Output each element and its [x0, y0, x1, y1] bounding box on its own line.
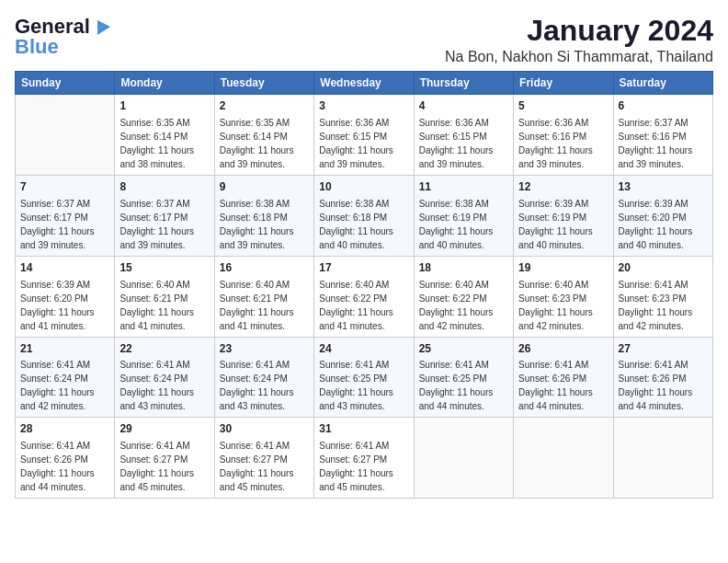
day-number: 3 — [319, 98, 408, 114]
calendar-cell: 22Sunrise: 6:41 AMSunset: 6:24 PMDayligh… — [115, 337, 214, 418]
calendar-cell: 21Sunrise: 6:41 AMSunset: 6:24 PMDayligh… — [16, 337, 115, 418]
cell-info: Sunrise: 6:41 AMSunset: 6:25 PMDaylight:… — [319, 360, 393, 411]
day-number: 4 — [419, 98, 508, 114]
calendar-cell: 31Sunrise: 6:41 AMSunset: 6:27 PMDayligh… — [314, 418, 414, 499]
col-header-thursday: Thursday — [414, 72, 513, 95]
day-number: 10 — [319, 179, 408, 195]
day-number: 21 — [20, 341, 109, 357]
calendar-cell: 29Sunrise: 6:41 AMSunset: 6:27 PMDayligh… — [115, 418, 214, 499]
calendar-cell — [613, 418, 712, 499]
cell-info: Sunrise: 6:36 AMSunset: 6:16 PMDaylight:… — [518, 118, 593, 169]
calendar-cell: 4Sunrise: 6:36 AMSunset: 6:15 PMDaylight… — [414, 95, 513, 176]
cell-info: Sunrise: 6:41 AMSunset: 6:26 PMDaylight:… — [619, 360, 693, 411]
cell-info: Sunrise: 6:37 AMSunset: 6:16 PMDaylight:… — [619, 118, 693, 169]
calendar-cell: 13Sunrise: 6:39 AMSunset: 6:20 PMDayligh… — [613, 175, 712, 256]
subtitle: Na Bon, Nakhon Si Thammarat, Thailand — [445, 49, 713, 65]
week-row-4: 21Sunrise: 6:41 AMSunset: 6:24 PMDayligh… — [16, 337, 713, 418]
cell-info: Sunrise: 6:35 AMSunset: 6:14 PMDaylight:… — [119, 118, 194, 169]
title-block: January 2024 Na Bon, Nakhon Si Thammarat… — [445, 15, 713, 65]
calendar-cell: 8Sunrise: 6:37 AMSunset: 6:17 PMDaylight… — [115, 175, 214, 256]
week-row-3: 14Sunrise: 6:39 AMSunset: 6:20 PMDayligh… — [16, 256, 713, 337]
day-number: 9 — [220, 179, 309, 195]
day-number: 7 — [20, 179, 109, 195]
cell-info: Sunrise: 6:35 AMSunset: 6:14 PMDaylight:… — [220, 118, 294, 169]
cell-info: Sunrise: 6:40 AMSunset: 6:21 PMDaylight:… — [119, 280, 194, 331]
day-number: 17 — [319, 260, 408, 276]
day-number: 26 — [518, 341, 608, 357]
calendar-cell: 7Sunrise: 6:37 AMSunset: 6:17 PMDaylight… — [16, 175, 115, 256]
cell-info: Sunrise: 6:40 AMSunset: 6:22 PMDaylight:… — [319, 280, 393, 331]
logo-blue: Blue — [15, 35, 59, 59]
day-number: 16 — [220, 260, 309, 276]
cell-info: Sunrise: 6:40 AMSunset: 6:22 PMDaylight:… — [419, 280, 494, 331]
cell-info: Sunrise: 6:41 AMSunset: 6:23 PMDaylight:… — [619, 280, 693, 331]
calendar-cell: 10Sunrise: 6:38 AMSunset: 6:18 PMDayligh… — [314, 175, 414, 256]
svg-marker-0 — [97, 20, 110, 35]
cell-info: Sunrise: 6:41 AMSunset: 6:25 PMDaylight:… — [419, 360, 494, 411]
calendar-cell: 16Sunrise: 6:40 AMSunset: 6:21 PMDayligh… — [214, 256, 313, 337]
day-number: 22 — [119, 341, 209, 357]
calendar-cell — [16, 95, 115, 176]
week-row-1: 1Sunrise: 6:35 AMSunset: 6:14 PMDaylight… — [16, 95, 713, 176]
col-header-saturday: Saturday — [613, 72, 712, 95]
calendar-cell: 28Sunrise: 6:41 AMSunset: 6:26 PMDayligh… — [16, 418, 115, 499]
day-number: 15 — [119, 260, 209, 276]
day-number: 6 — [619, 98, 708, 114]
cell-info: Sunrise: 6:41 AMSunset: 6:27 PMDaylight:… — [220, 441, 294, 492]
cell-info: Sunrise: 6:41 AMSunset: 6:24 PMDaylight:… — [220, 360, 294, 411]
calendar-cell: 15Sunrise: 6:40 AMSunset: 6:21 PMDayligh… — [115, 256, 214, 337]
cell-info: Sunrise: 6:36 AMSunset: 6:15 PMDaylight:… — [319, 118, 393, 169]
col-header-sunday: Sunday — [16, 72, 115, 95]
cell-info: Sunrise: 6:40 AMSunset: 6:21 PMDaylight:… — [220, 280, 294, 331]
day-number: 25 — [419, 341, 508, 357]
day-number: 31 — [319, 421, 408, 437]
day-number: 27 — [619, 341, 708, 357]
cell-info: Sunrise: 6:41 AMSunset: 6:24 PMDaylight:… — [20, 360, 95, 411]
day-number: 18 — [419, 260, 508, 276]
calendar-table: SundayMondayTuesdayWednesdayThursdayFrid… — [15, 71, 713, 499]
calendar-cell: 6Sunrise: 6:37 AMSunset: 6:16 PMDaylight… — [613, 95, 712, 176]
week-row-2: 7Sunrise: 6:37 AMSunset: 6:17 PMDaylight… — [16, 175, 713, 256]
cell-info: Sunrise: 6:41 AMSunset: 6:27 PMDaylight:… — [119, 441, 194, 492]
calendar-cell: 3Sunrise: 6:36 AMSunset: 6:15 PMDaylight… — [314, 95, 414, 176]
day-number: 23 — [220, 341, 309, 357]
cell-info: Sunrise: 6:38 AMSunset: 6:18 PMDaylight:… — [220, 199, 294, 250]
calendar-cell: 14Sunrise: 6:39 AMSunset: 6:20 PMDayligh… — [16, 256, 115, 337]
day-number: 5 — [518, 98, 608, 114]
calendar-cell: 5Sunrise: 6:36 AMSunset: 6:16 PMDaylight… — [514, 95, 613, 176]
day-number: 19 — [518, 260, 608, 276]
calendar-cell: 18Sunrise: 6:40 AMSunset: 6:22 PMDayligh… — [414, 256, 513, 337]
col-header-friday: Friday — [514, 72, 613, 95]
col-header-monday: Monday — [115, 72, 214, 95]
day-number: 24 — [319, 341, 408, 357]
day-number: 30 — [220, 421, 309, 437]
day-number: 29 — [119, 421, 209, 437]
calendar-cell: 23Sunrise: 6:41 AMSunset: 6:24 PMDayligh… — [214, 337, 313, 418]
day-number: 2 — [220, 98, 309, 114]
col-header-wednesday: Wednesday — [314, 72, 414, 95]
calendar-cell: 11Sunrise: 6:38 AMSunset: 6:19 PMDayligh… — [414, 175, 513, 256]
cell-info: Sunrise: 6:39 AMSunset: 6:20 PMDaylight:… — [20, 280, 95, 331]
day-number: 28 — [20, 421, 109, 437]
calendar-cell: 27Sunrise: 6:41 AMSunset: 6:26 PMDayligh… — [613, 337, 712, 418]
calendar-cell — [414, 418, 513, 499]
day-number: 12 — [518, 179, 608, 195]
calendar-cell: 17Sunrise: 6:40 AMSunset: 6:22 PMDayligh… — [314, 256, 414, 337]
calendar-cell: 25Sunrise: 6:41 AMSunset: 6:25 PMDayligh… — [414, 337, 513, 418]
cell-info: Sunrise: 6:41 AMSunset: 6:26 PMDaylight:… — [20, 441, 95, 492]
cell-info: Sunrise: 6:39 AMSunset: 6:20 PMDaylight:… — [619, 199, 693, 250]
main-title: January 2024 — [445, 15, 713, 47]
day-number: 14 — [20, 260, 109, 276]
week-row-5: 28Sunrise: 6:41 AMSunset: 6:26 PMDayligh… — [16, 418, 713, 499]
calendar-cell: 19Sunrise: 6:40 AMSunset: 6:23 PMDayligh… — [514, 256, 613, 337]
cell-info: Sunrise: 6:38 AMSunset: 6:18 PMDaylight:… — [319, 199, 393, 250]
logo: General Blue — [15, 15, 112, 59]
day-number: 13 — [619, 179, 708, 195]
calendar-cell: 2Sunrise: 6:35 AMSunset: 6:14 PMDaylight… — [214, 95, 313, 176]
day-number: 8 — [119, 179, 209, 195]
cell-info: Sunrise: 6:36 AMSunset: 6:15 PMDaylight:… — [419, 118, 494, 169]
header: General Blue January 2024 Na Bon, Nakhon… — [15, 15, 713, 65]
cell-info: Sunrise: 6:39 AMSunset: 6:19 PMDaylight:… — [518, 199, 593, 250]
day-number: 20 — [619, 260, 708, 276]
cell-info: Sunrise: 6:37 AMSunset: 6:17 PMDaylight:… — [20, 199, 95, 250]
